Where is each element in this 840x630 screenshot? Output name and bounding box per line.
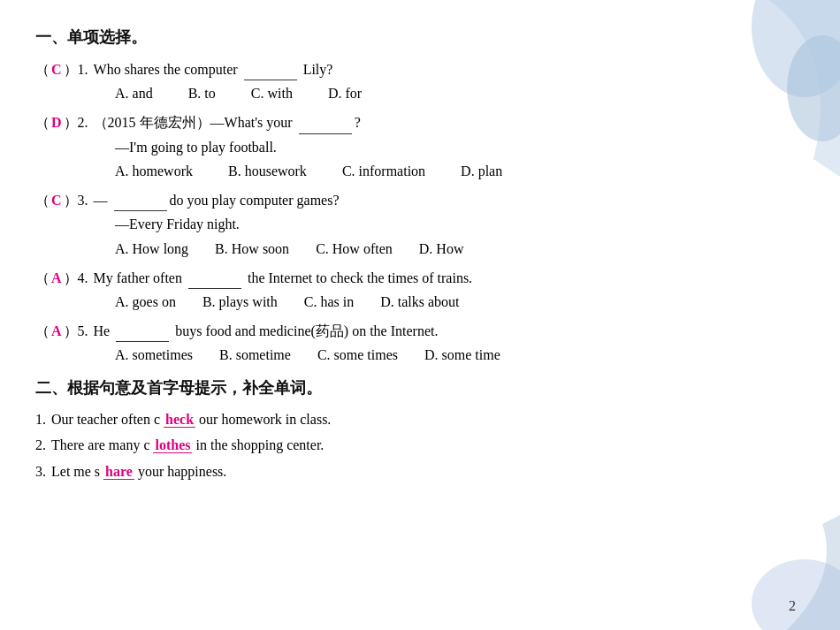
q2-subtext: —I'm going to play football. (115, 136, 805, 159)
q1-opt-c: C. with (251, 82, 293, 105)
q1-answer: C (51, 58, 62, 81)
q2-text: （2015 年德宏州）—What's your ? (94, 110, 361, 134)
q1-opt-b: B. to (188, 82, 216, 105)
q5-paren-close: ）5. (64, 320, 88, 343)
q1-line: （ C ）1. Who shares the computer Lily? (35, 57, 805, 81)
page-number: 2 (789, 598, 796, 614)
fill-q2-text: There are many c lothes in the shopping … (51, 434, 324, 457)
q5-blank (116, 319, 169, 343)
q2-opt-c: C. information (342, 160, 425, 183)
q1-paren-close: ）1. (64, 58, 88, 81)
question-5: （ A ）5. He buys food and medicine(药品) on… (35, 319, 805, 367)
q4-paren-open: （ (35, 267, 50, 290)
q5-opt-b: B. sometime (219, 344, 291, 367)
main-content: 一、单项选择。 （ C ）1. Who shares the computer … (0, 0, 840, 505)
q2-opt-d: D. plan (461, 160, 502, 183)
fill-q1-answer: heck (164, 412, 195, 428)
q5-opt-a: A. sometimes (115, 344, 193, 367)
q3-opt-d: D. How (419, 238, 464, 261)
fill-q2: 2. There are many c lothes in the shoppi… (35, 434, 805, 457)
q3-opt-c: C. How often (316, 238, 393, 261)
q2-answer: D (51, 111, 62, 134)
q5-text: He buys food and medicine(药品) on the Int… (94, 319, 439, 343)
q5-opt-d: D. some time (424, 344, 500, 367)
q3-paren-open: （ (35, 189, 50, 212)
fill-q1-line: 1. Our teacher often c heck our homework… (35, 408, 805, 431)
q5-answer: A (51, 320, 62, 343)
page: 一、单项选择。 （ C ）1. Who shares the computer … (0, 0, 840, 630)
section1-title: 一、单项选择。 (35, 25, 805, 50)
fill-q2-line: 2. There are many c lothes in the shoppi… (35, 434, 805, 457)
fill-q2-num: 2. (35, 434, 46, 457)
fill-q1-num: 1. (35, 408, 46, 431)
q4-answer: A (51, 267, 62, 290)
section2-title: 二、根据句意及首字母提示，补全单词。 (35, 376, 805, 401)
q5-line: （ A ）5. He buys food and medicine(药品) on… (35, 319, 805, 343)
fill-q1: 1. Our teacher often c heck our homework… (35, 408, 805, 431)
fill-q3-text: Let me s hare your happiness. (51, 460, 226, 483)
question-3: （ C ）3. — do you play computer games? —E… (35, 188, 805, 261)
fill-q3-answer: hare (103, 464, 134, 480)
q4-opt-c: C. has in (304, 291, 354, 314)
fill-q3: 3. Let me s hare your happiness. (35, 460, 805, 483)
q3-answer: C (51, 189, 62, 212)
q3-blank (114, 188, 167, 212)
q2-opt-a: A. homework (115, 160, 193, 183)
q1-options: A. and B. to C. with D. for (115, 82, 805, 105)
q2-paren-open: （ (35, 111, 50, 134)
q4-opt-b: B. plays with (202, 291, 278, 314)
q3-opt-b: B. How soon (215, 238, 289, 261)
q3-subtext: —Every Friday night. (115, 213, 805, 236)
fill-q3-num: 3. (35, 460, 46, 483)
q4-opt-d: D. talks about (380, 291, 459, 314)
q4-opt-a: A. goes on (115, 291, 176, 314)
q3-line: （ C ）3. — do you play computer games? (35, 188, 805, 212)
q2-line: （ D ）2. （2015 年德宏州）—What's your ? (35, 110, 805, 134)
q1-text: Who shares the computer Lily? (94, 57, 333, 81)
q3-options: A. How long B. How soon C. How often D. … (115, 238, 805, 261)
question-2: （ D ）2. （2015 年德宏州）—What's your ? —I'm g… (35, 110, 805, 183)
q3-paren-close: ）3. (64, 189, 88, 212)
question-4: （ A ）4. My father often the Internet to … (35, 266, 805, 314)
q1-opt-a: A. and (115, 82, 153, 105)
fill-q2-answer: lothes (153, 437, 192, 453)
fill-q1-text: Our teacher often c heck our homework in… (51, 408, 331, 431)
q2-blank (299, 110, 352, 134)
q1-blank (244, 57, 297, 81)
q4-line: （ A ）4. My father often the Internet to … (35, 266, 805, 290)
q2-paren-close: ）2. (64, 111, 88, 134)
q2-options: A. homework B. housework C. information … (115, 160, 805, 183)
q2-opt-b: B. housework (228, 160, 307, 183)
q3-text: — do you play computer games? (94, 188, 340, 212)
q4-paren-close: ）4. (64, 267, 88, 290)
q1-opt-d: D. for (328, 82, 362, 105)
q5-options: A. sometimes B. sometime C. some times D… (115, 344, 805, 367)
q4-text: My father often the Internet to check th… (94, 266, 473, 290)
q4-blank (188, 266, 241, 290)
fill-q3-line: 3. Let me s hare your happiness. (35, 460, 805, 483)
section2: 二、根据句意及首字母提示，补全单词。 1. Our teacher often … (35, 376, 805, 483)
q3-opt-a: A. How long (115, 238, 188, 261)
q4-options: A. goes on B. plays with C. has in D. ta… (115, 291, 805, 314)
q1-paren-open: （ (35, 58, 50, 81)
question-1: （ C ）1. Who shares the computer Lily? A.… (35, 57, 805, 105)
q5-paren-open: （ (35, 320, 50, 343)
q5-opt-c: C. some times (317, 344, 398, 367)
